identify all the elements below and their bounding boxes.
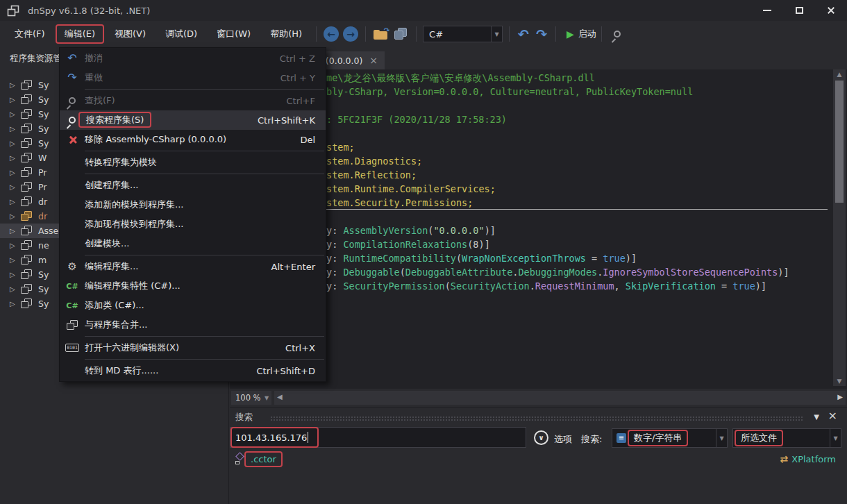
search-input[interactable]: 101.43.165.176 [230,427,526,448]
edit-menu-item[interactable]: 创建程序集... [60,176,326,195]
start-button-label[interactable]: 启动 [578,28,596,40]
edit-menu-item[interactable]: 创建模块... [60,234,326,253]
menubar-item[interactable]: 文件(F) [6,24,54,44]
tab-close-icon[interactable]: × [369,55,378,66]
file-filter-select[interactable]: 所选文件 ▼ [732,428,841,448]
hex-icon: 0101 [65,344,79,352]
menu-separator [85,89,324,90]
expander-triangle-icon[interactable]: ▷ [10,183,21,191]
edit-menu-item-shortcut: Del [300,135,315,145]
menubar: 文件(F)编辑(E)视图(V)调试(D)窗口(W)帮助(H) ← → ↷ C# … [0,21,847,47]
menubar-item[interactable]: 编辑(E) [56,24,104,44]
toolbar-separator [509,26,510,42]
expander-triangle-icon[interactable]: ▷ [10,140,21,147]
menubar-item[interactable]: 帮助(H) [261,24,311,44]
assembly-tree-item-label: Sy [38,138,49,149]
menubar-item[interactable]: 视图(V) [106,24,155,44]
panel-close-icon[interactable]: × [828,409,837,422]
edit-menu-item-shortcut: Ctrl + Y [280,73,315,83]
file-filter-value: 所选文件 [735,430,783,446]
expander-triangle-icon[interactable]: ▷ [10,110,21,118]
csharp-icon: C# [66,301,78,310]
assembly-tree-item-label: dr [38,211,47,221]
edit-menu-item-label: 查找(F) [85,94,286,107]
options-expander-icon[interactable]: ∨ [534,430,548,445]
panel-collapse-icon[interactable]: ▼ [814,413,819,421]
expander-triangle-icon[interactable]: ▷ [10,242,21,249]
expander-triangle-icon[interactable]: ▷ [10,271,21,278]
edit-menu-item[interactable]: ↶撤消Ctrl + Z [60,49,326,68]
search-result-name[interactable]: .cctor [244,451,283,467]
expander-triangle-icon[interactable]: ▷ [10,169,21,176]
assembly-tree-item-label: Sy [38,124,49,134]
edit-menu-item-label: 创建程序集... [85,179,315,192]
undo-button[interactable]: ↶ [514,27,532,41]
maximize-icon [796,7,803,14]
code-line: [assembly: AssemblyVersion("0.0.0.0")] [281,224,789,237]
expander-triangle-icon[interactable]: ▷ [10,198,21,205]
minimize-button[interactable] [751,0,783,21]
expander-triangle-icon[interactable]: ▷ [10,227,21,235]
expander-triangle-icon[interactable]: ▷ [10,96,21,103]
toolbar-separator [555,26,556,42]
assembly-tree-item-label: dr [38,196,47,207]
expander-triangle-icon[interactable]: ▷ [10,300,21,308]
edit-menu-item[interactable]: ↷重做Ctrl + Y [60,68,326,87]
menu-separator [85,359,324,360]
menubar-item[interactable]: 窗口(W) [208,24,260,44]
expander-triangle-icon[interactable]: ▷ [10,212,21,220]
maximize-button[interactable] [783,0,815,21]
options-label[interactable]: 选项 [554,433,572,446]
edit-menu-item[interactable]: 添加新的模块到程序集... [60,195,326,215]
code-line: using System.Diagnostics; [281,154,789,168]
chevron-down-icon: ▼ [262,395,271,401]
edit-menu-item-shortcut: Ctrl+Shift+K [258,115,315,126]
edit-menu-item[interactable]: 转到 MD 表行......Ctrl+Shift+D [60,361,326,380]
edit-menu-item[interactable]: 与程序集合并... [60,315,326,335]
open-file-button[interactable]: ↷ [374,28,389,40]
edit-menu-item[interactable]: C#编辑程序集特性 (C#)... [60,276,326,296]
editor-vertical-scrollbar[interactable]: ▲ ▼ [833,69,846,386]
edit-menu-item[interactable]: 添加现有模块到程序集... [60,215,326,234]
expander-triangle-icon[interactable]: ▷ [10,81,21,89]
editor-horizontal-scrollbar[interactable]: ◀ ▶ [274,391,846,405]
scroll-left-icon[interactable]: ◀ [277,393,283,401]
search-result-assembly: XPlatform [791,454,836,464]
scroll-up-icon[interactable]: ▲ [833,69,846,79]
scroll-right-icon[interactable]: ▶ [837,393,843,401]
edit-menu-item[interactable]: 查找(F)Ctrl+F [60,91,326,110]
edit-menu-item[interactable]: 移除 Assembly-CSharp (0.0.0.0)Del [60,130,326,149]
edit-menu-item[interactable]: 搜索程序集(S)Ctrl+Shift+K [60,110,326,130]
search-type-select[interactable]: ≡ 数字/字符串 ▼ [612,428,728,448]
navigate-forward-button[interactable]: → [343,26,358,42]
menubar-item[interactable]: 调试(D) [156,24,206,44]
scroll-down-icon[interactable]: ▼ [833,376,846,386]
scrollbar-thumb[interactable] [835,81,844,203]
search-result-row[interactable]: .cctor ⇄ XPlatform [230,451,847,470]
editor-bottombar: 100 % ▼ ◀ ▶ [230,389,847,407]
expander-triangle-icon[interactable]: ▷ [10,154,21,162]
expander-triangle-icon[interactable]: ▷ [10,285,21,293]
edit-menu-item[interactable]: C#添加类 (C#)... [60,296,326,315]
search-icon[interactable] [614,31,621,37]
edit-menu-item[interactable]: 0101打开十六进制编辑器(X)Ctrl+X [60,338,326,358]
language-select[interactable]: C# ▼ [423,26,503,42]
assembly-icon [21,124,33,134]
edit-menu-item-label: 添加现有模块到程序集... [85,218,315,230]
expander-triangle-icon[interactable]: ▷ [10,256,21,264]
save-all-button[interactable] [394,28,408,40]
edit-menu-item[interactable]: 转换程序集为模块 [60,153,326,172]
edit-menu-item[interactable]: ⚙编辑程序集...Alt+Enter [60,257,326,276]
edit-menu-item-label: 打开十六进制编辑器(X) [85,342,285,354]
assembly-icon [21,138,33,149]
assembly-icon [21,211,33,221]
edit-menu-item-label: 重做 [85,72,280,84]
zoom-level-select[interactable]: 100 % ▼ [231,391,271,405]
close-button[interactable] [815,0,847,21]
start-play-icon[interactable]: ▶ [567,28,574,40]
expander-triangle-icon[interactable]: ▷ [10,125,21,133]
edit-menu-item-label: 与程序集合并... [85,319,315,331]
search-type-value: 数字/字符串 [628,430,688,446]
navigate-back-button[interactable]: ← [324,26,339,42]
redo-button[interactable]: ↷ [532,27,551,41]
